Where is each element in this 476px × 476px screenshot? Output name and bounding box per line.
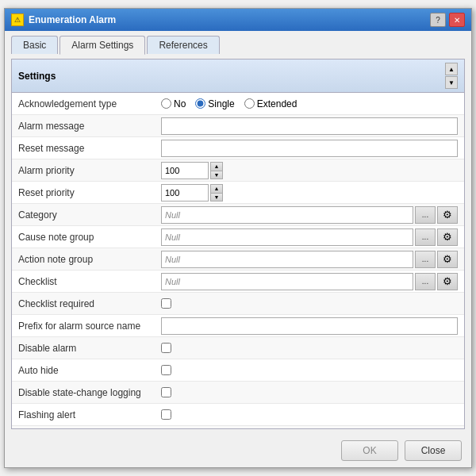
category-gear-button[interactable]: ⚙ <box>437 206 458 224</box>
row-cause-note-group: Cause note group ... ⚙ <box>12 226 464 248</box>
row-category: Category ... ⚙ <box>12 204 464 226</box>
row-prefix-alarm-source-name: Prefix for alarm source name <box>12 315 464 337</box>
auto-hide-checkbox[interactable] <box>161 365 171 375</box>
tab-references[interactable]: References <box>147 36 219 54</box>
checklist-input[interactable] <box>161 273 413 290</box>
row-disable-alarm: Disable alarm <box>12 337 464 359</box>
action-note-group-input[interactable] <box>161 251 413 268</box>
window-title: Enumeration Alarm <box>29 14 116 25</box>
row-checklist: Checklist ... ⚙ <box>12 271 464 293</box>
help-button[interactable]: ? <box>430 13 446 27</box>
alarm-priority-input[interactable] <box>161 162 209 179</box>
content-reset-priority: ▲ ▼ <box>161 184 458 202</box>
checklist-input-wrap: ... ⚙ <box>161 273 458 290</box>
radio-extended-label: Extended <box>257 98 298 109</box>
content-action-note-group: ... ⚙ <box>161 251 458 268</box>
close-button[interactable]: Close <box>405 440 462 461</box>
title-bar: ⚠ Enumeration Alarm ? ✕ <box>5 9 471 31</box>
panel-scroll-up[interactable]: ▲ <box>445 63 458 75</box>
label-acknowledgement-type: Acknowledgement type <box>18 98 161 109</box>
category-input[interactable] <box>161 206 413 224</box>
ok-button[interactable]: OK <box>341 440 398 461</box>
radio-single-input[interactable] <box>195 98 205 109</box>
content-alarm-priority: ▲ ▼ <box>161 162 458 179</box>
alarm-priority-buttons: ▲ ▼ <box>210 162 223 179</box>
content-disable-alarm <box>161 343 458 353</box>
radio-single-label: Single <box>208 98 234 109</box>
row-alarm-priority: Alarm priority ▲ ▼ <box>12 159 464 182</box>
radio-extended[interactable]: Extended <box>244 98 298 109</box>
content-flashing-alert <box>161 409 458 420</box>
row-flashing-alert: Flashing alert <box>12 404 464 426</box>
tab-alarm-settings[interactable]: Alarm Settings <box>60 36 145 55</box>
action-note-group-gear-button[interactable]: ⚙ <box>437 251 458 268</box>
tab-bar: Basic Alarm Settings References <box>5 31 471 54</box>
radio-single[interactable]: Single <box>195 98 234 109</box>
cause-note-group-gear-button[interactable]: ⚙ <box>437 228 458 246</box>
action-note-group-browse-button[interactable]: ... <box>415 251 436 268</box>
cause-note-group-input-wrap: ... ⚙ <box>161 228 458 246</box>
row-audible-alert: Audible alert <box>12 426 464 428</box>
content-disable-state-change-logging <box>161 387 458 397</box>
checklist-browse-button[interactable]: ... <box>415 273 436 290</box>
row-action-note-group: Action note group ... ⚙ <box>12 248 464 271</box>
main-window: ⚠ Enumeration Alarm ? ✕ Basic Alarm Sett… <box>4 8 472 468</box>
radio-group-ack: No Single Extended <box>161 98 297 109</box>
content-category: ... ⚙ <box>161 206 458 224</box>
label-prefix-alarm-source-name: Prefix for alarm source name <box>18 321 161 332</box>
row-disable-state-change-logging: Disable state-change logging <box>12 382 464 404</box>
row-reset-priority: Reset priority ▲ ▼ <box>12 182 464 204</box>
prefix-alarm-source-name-input[interactable] <box>161 317 458 335</box>
reset-priority-spinner: ▲ ▼ <box>161 184 223 202</box>
label-category: Category <box>18 209 161 221</box>
radio-no-label: No <box>174 98 186 109</box>
content-reset-message <box>161 140 458 157</box>
disable-state-change-logging-checkbox[interactable] <box>161 387 171 397</box>
content-area: Settings ▲ ▼ Acknowledgement type No <box>5 54 471 434</box>
label-checklist: Checklist <box>18 276 161 287</box>
window-close-button[interactable]: ✕ <box>449 13 465 27</box>
label-action-note-group: Action note group <box>18 254 161 265</box>
content-auto-hide <box>161 365 458 375</box>
label-reset-priority: Reset priority <box>18 187 161 198</box>
reset-priority-up[interactable]: ▲ <box>210 184 223 193</box>
row-checklist-required: Checklist required <box>12 293 464 315</box>
radio-no[interactable]: No <box>161 98 186 109</box>
row-alarm-message: Alarm message <box>12 115 464 137</box>
content-alarm-message <box>161 117 458 135</box>
alarm-priority-down[interactable]: ▼ <box>210 171 223 179</box>
cause-note-group-input[interactable] <box>161 228 413 246</box>
row-auto-hide: Auto hide <box>12 359 464 382</box>
checklist-required-checkbox[interactable] <box>161 298 171 309</box>
row-reset-message: Reset message <box>12 137 464 159</box>
label-reset-message: Reset message <box>18 143 161 154</box>
action-note-group-input-wrap: ... ⚙ <box>161 251 458 268</box>
settings-header: Settings ▲ ▼ <box>12 60 464 93</box>
panel-scroll-down[interactable]: ▼ <box>445 76 458 89</box>
disable-alarm-checkbox[interactable] <box>161 343 171 353</box>
reset-message-input[interactable] <box>161 140 458 157</box>
label-alarm-priority: Alarm priority <box>18 165 161 176</box>
reset-priority-down[interactable]: ▼ <box>210 193 223 202</box>
label-checklist-required: Checklist required <box>18 298 161 309</box>
settings-scroll-area[interactable]: Acknowledgement type No Single <box>12 93 464 428</box>
alarm-message-input[interactable] <box>161 117 458 135</box>
label-flashing-alert: Flashing alert <box>18 409 161 420</box>
row-acknowledgement-type: Acknowledgement type No Single <box>12 93 464 115</box>
checklist-gear-button[interactable]: ⚙ <box>437 273 458 290</box>
category-input-wrap: ... ⚙ <box>161 206 458 224</box>
content-checklist: ... ⚙ <box>161 273 458 290</box>
radio-no-input[interactable] <box>161 98 171 109</box>
cause-note-group-browse-button[interactable]: ... <box>415 228 436 246</box>
label-disable-state-change-logging: Disable state-change logging <box>18 387 161 398</box>
settings-panel: Settings ▲ ▼ Acknowledgement type No <box>11 59 465 429</box>
alarm-priority-up[interactable]: ▲ <box>210 162 223 171</box>
radio-extended-input[interactable] <box>244 98 255 109</box>
label-disable-alarm: Disable alarm <box>18 343 161 354</box>
bottom-bar: OK Close <box>5 434 471 467</box>
reset-priority-input[interactable] <box>161 184 209 202</box>
window-icon: ⚠ <box>11 13 24 26</box>
tab-basic[interactable]: Basic <box>11 36 58 54</box>
category-browse-button[interactable]: ... <box>415 206 436 224</box>
flashing-alert-checkbox[interactable] <box>161 409 171 420</box>
